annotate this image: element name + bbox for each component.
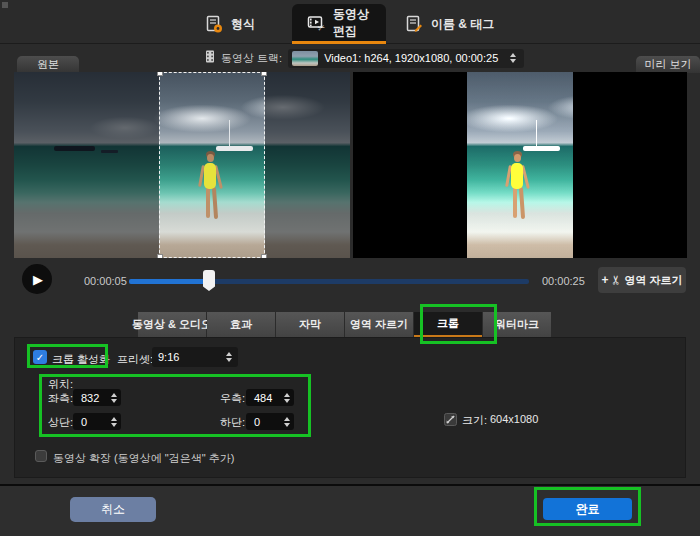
tab-format[interactable]: 형식 — [204, 4, 255, 44]
size-value: 604x1080 — [490, 413, 538, 425]
film-icon — [205, 49, 215, 67]
tab-label: 크롭 — [437, 316, 459, 331]
tab-video-edit[interactable]: ✂ 동영상 편집 — [292, 4, 386, 44]
preview-video-canvas — [353, 72, 687, 258]
chevron-updown-icon — [226, 352, 232, 362]
original-label: 원본 — [37, 57, 59, 72]
seek-bar[interactable] — [129, 270, 529, 292]
bottom-spinner[interactable]: 0 — [246, 413, 294, 430]
crop-dim-overlay-right — [265, 72, 350, 258]
tab-label: 워터마크 — [495, 317, 539, 332]
tab-crop[interactable]: 크롭 — [414, 312, 482, 337]
enable-crop-checkbox[interactable]: ✓ — [33, 350, 47, 364]
preview-tab: 미리 보기 — [636, 56, 700, 73]
plus-icon: + — [601, 273, 608, 287]
play-icon: ▶ — [33, 272, 43, 287]
spinner-arrows-icon[interactable] — [111, 393, 117, 403]
window-icon — [2, 2, 8, 8]
check-icon: ✓ — [36, 352, 44, 363]
beach-scene-cropped — [467, 72, 573, 258]
expand-video-label: 동영상 확장 (동영상에 "검은색" 추가) — [53, 451, 234, 466]
total-time: 00:00:25 — [542, 275, 585, 287]
preset-value: 9:16 — [158, 351, 179, 363]
chevron-updown-icon — [510, 53, 516, 63]
seek-track[interactable] — [129, 279, 529, 284]
left-label: 좌측: — [48, 391, 73, 406]
tab-cut-region[interactable]: 영역 자르기 — [345, 312, 413, 337]
play-button[interactable]: ▶ — [22, 264, 52, 294]
tab-label: 효과 — [230, 317, 252, 332]
top-label: 상단: — [48, 415, 73, 430]
crop-selection-rect[interactable] — [159, 72, 265, 258]
source-video-canvas[interactable] — [14, 72, 350, 258]
tab-label: 영역 자르기 — [350, 317, 408, 332]
preset-label: 프리셋: — [117, 352, 153, 367]
bottom-label: 하단: — [220, 415, 245, 430]
video-track-select[interactable]: Video1: h264, 1920x1080, 00:00:25 — [288, 49, 524, 68]
spinner-arrows-icon[interactable] — [284, 393, 290, 403]
spinner-arrows-icon[interactable] — [284, 417, 290, 427]
crop-handle-top-right[interactable] — [261, 72, 267, 76]
video-edit-dialog: 형식 ✂ 동영상 편집 — [0, 0, 700, 536]
sailboat-hull — [523, 146, 560, 151]
cut-region-button[interactable]: + ✂ 영역 자르기 — [598, 267, 686, 293]
cancel-button[interactable]: 취소 — [70, 497, 156, 522]
current-time: 00:00:05 — [84, 275, 127, 287]
video-track-row: 동영상 트랙: Video1: h264, 1920x1080, 00:00:2… — [205, 46, 524, 70]
right-label: 우측: — [220, 391, 245, 406]
edit-tabs: 동영상 & 오디오 효과 자막 영역 자르기 크롭 워터마크 — [138, 312, 552, 337]
spinner-arrows-icon[interactable] — [111, 417, 117, 427]
document-gear-icon — [204, 14, 224, 34]
preview-label: 미리 보기 — [644, 57, 691, 72]
tab-name-tag-label: 이름 & 태그 — [431, 16, 494, 33]
playhead-handle[interactable] — [203, 270, 215, 291]
expand-video-checkbox[interactable] — [35, 450, 47, 462]
person-figure — [519, 187, 525, 219]
done-label: 완료 — [576, 501, 600, 518]
left-spinner[interactable]: 832 — [73, 389, 121, 406]
tab-name-tag[interactable]: 이름 & 태그 — [404, 4, 494, 44]
right-value: 484 — [254, 392, 282, 404]
crop-handle-bottom-right[interactable] — [261, 254, 267, 258]
bottom-value: 0 — [254, 416, 282, 428]
cancel-label: 취소 — [101, 501, 125, 518]
crop-dim-overlay-left — [14, 72, 159, 258]
person-figure — [513, 187, 517, 218]
film-scissors-icon: ✂ — [306, 13, 326, 33]
tab-subtitle[interactable]: 자막 — [276, 312, 344, 337]
person-figure — [514, 154, 521, 162]
tab-video-audio[interactable]: 동영상 & 오디오 — [138, 312, 206, 337]
video-track-label: 동영상 트랙: — [221, 51, 282, 66]
enable-crop-label: 크롭 활성화 — [52, 352, 110, 367]
progress-fill — [129, 279, 209, 284]
tab-label: 자막 — [299, 317, 321, 332]
document-pencil-icon — [404, 14, 424, 34]
tab-format-label: 형식 — [231, 16, 255, 33]
tab-video-edit-label: 동영상 편집 — [333, 6, 372, 40]
right-spinner[interactable]: 484 — [246, 389, 294, 406]
tab-watermark[interactable]: 워터마크 — [483, 312, 551, 337]
tab-effect[interactable]: 효과 — [207, 312, 275, 337]
video-track-value: Video1: h264, 1920x1080, 00:00:25 — [324, 52, 498, 64]
done-button[interactable]: 완료 — [543, 498, 632, 520]
person-figure — [511, 163, 523, 189]
svg-text:✂: ✂ — [316, 21, 326, 32]
top-tab-bar: 형식 ✂ 동영상 편집 — [0, 0, 700, 44]
original-tab: 원본 — [17, 56, 79, 73]
crop-handle-bottom-left[interactable] — [157, 254, 163, 258]
cropped-preview-strip — [467, 72, 573, 258]
size-label: 크기: — [462, 413, 487, 428]
left-value: 832 — [81, 392, 109, 404]
resize-icon — [444, 412, 457, 425]
top-spinner[interactable]: 0 — [73, 413, 121, 430]
crop-handle-top-left[interactable] — [157, 72, 163, 76]
position-label: 위치: — [48, 377, 73, 392]
tab-label: 동영상 & 오디오 — [132, 317, 212, 332]
video-thumbnail — [292, 51, 318, 66]
top-value: 0 — [81, 416, 109, 428]
sailboat-mast — [536, 120, 537, 146]
cut-region-label: 영역 자르기 — [625, 273, 683, 288]
preset-dropdown[interactable]: 9:16 — [152, 347, 238, 367]
scissors-icon: ✂ — [609, 275, 623, 285]
